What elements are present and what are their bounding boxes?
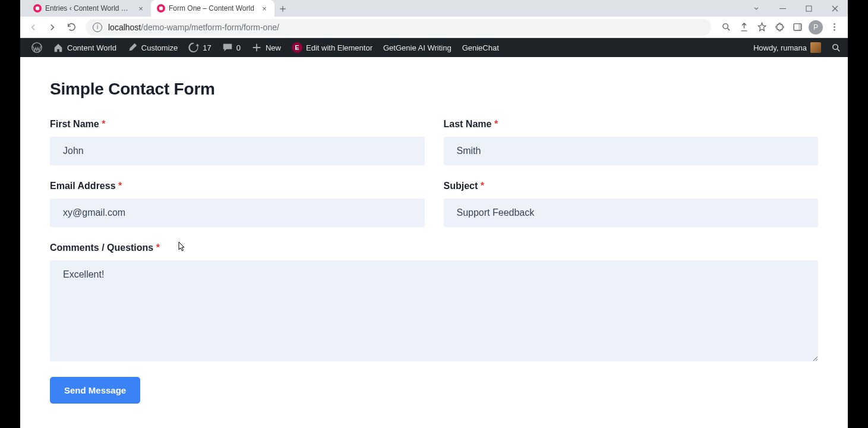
svg-point-11 (832, 44, 838, 49)
brush-icon (127, 42, 138, 53)
tab-favicon-icon (33, 4, 42, 12)
tab-title: Entries ‹ Content World — WordPress (45, 4, 133, 12)
comments-count: 0 (236, 43, 241, 52)
svg-point-8 (834, 26, 835, 28)
url-input[interactable]: i localhost/demo-wamp/metform-form/form-… (86, 19, 711, 36)
comment-icon (222, 42, 233, 53)
email-label: Email Address * (50, 181, 425, 191)
browser-address-bar: i localhost/demo-wamp/metform-form/form-… (20, 17, 848, 38)
subject-label: Subject * (444, 181, 819, 191)
tabs-dropdown-icon[interactable] (743, 0, 769, 17)
howdy-label: Howdy, rumana (753, 43, 807, 52)
browser-tab-entries[interactable]: Entries ‹ Content World — WordPress × (27, 0, 151, 17)
customize-label: Customize (141, 43, 178, 52)
tab-close-icon[interactable]: × (137, 4, 145, 12)
user-avatar-icon (810, 42, 821, 53)
wp-edit-elementor[interactable]: E Edit with Elementor (286, 38, 378, 57)
wp-howdy[interactable]: Howdy, rumana (748, 38, 826, 57)
page-title: Simple Contact Form (50, 80, 818, 99)
side-panel-icon[interactable] (788, 18, 806, 36)
window-close-button[interactable] (822, 0, 848, 17)
svg-rect-2 (779, 8, 786, 9)
extensions-icon[interactable] (771, 18, 788, 36)
elementor-icon: E (292, 42, 302, 53)
first-name-label: First Name * (50, 119, 425, 130)
svg-point-7 (834, 23, 835, 25)
updates-icon (188, 42, 199, 53)
window-minimize-button[interactable] (769, 0, 796, 17)
browser-tab-form-one[interactable]: Form One – Content World × (151, 0, 274, 17)
subject-input[interactable] (444, 199, 819, 227)
wp-customize[interactable]: Customize (122, 38, 183, 57)
last-name-input[interactable] (444, 137, 819, 165)
browser-tab-strip: Entries ‹ Content World — WordPress × Fo… (20, 0, 848, 17)
reload-button[interactable] (63, 19, 80, 36)
wp-geniechat[interactable]: GenieChat (457, 38, 504, 57)
tab-title: Form One – Content World (169, 4, 257, 12)
window-controls (743, 0, 848, 17)
new-label: New (266, 43, 281, 52)
back-button[interactable] (25, 19, 42, 36)
url-text: localhost/demo-wamp/metform-form/form-on… (108, 23, 279, 32)
edit-elementor-label: Edit with Elementor (306, 43, 373, 52)
forward-button[interactable] (44, 19, 61, 36)
site-name-label: Content World (67, 43, 116, 52)
page-content: Simple Contact Form First Name * Last Na… (20, 57, 848, 428)
comments-textarea[interactable] (50, 260, 818, 361)
wp-updates[interactable]: 17 (183, 38, 216, 57)
wp-search-icon[interactable] (830, 42, 842, 54)
wp-new[interactable]: New (246, 38, 286, 57)
wp-getgenie[interactable]: GetGenie AI Writing (378, 38, 457, 57)
bookmark-icon[interactable] (753, 18, 771, 36)
svg-rect-6 (798, 24, 801, 30)
svg-point-4 (722, 24, 728, 29)
window-maximize-button[interactable] (796, 0, 822, 17)
comments-label: Comments / Questions * (50, 243, 818, 253)
wp-logo[interactable] (26, 38, 48, 57)
svg-point-1 (159, 7, 163, 10)
svg-point-9 (834, 29, 835, 31)
wp-admin-bar: Content World Customize 17 0 New (20, 38, 848, 57)
zoom-icon[interactable] (717, 18, 735, 36)
geniechat-label: GenieChat (462, 43, 499, 52)
tab-close-icon[interactable]: × (260, 4, 269, 12)
send-message-button[interactable]: Send Message (50, 377, 140, 404)
last-name-label: Last Name * (444, 119, 819, 130)
profile-avatar[interactable]: P (809, 20, 823, 34)
first-name-input[interactable] (50, 137, 425, 165)
wp-comments[interactable]: 0 (217, 38, 246, 57)
tab-favicon-icon (157, 4, 165, 12)
new-tab-button[interactable]: ＋ (274, 0, 291, 17)
getgenie-label: GetGenie AI Writing (383, 43, 452, 52)
browser-menu-icon[interactable] (825, 18, 843, 36)
plus-icon (251, 42, 262, 53)
svg-rect-3 (806, 6, 812, 11)
wp-site-name[interactable]: Content World (48, 38, 122, 57)
svg-point-0 (36, 7, 39, 10)
email-input[interactable] (50, 199, 425, 227)
site-info-icon[interactable]: i (93, 23, 102, 32)
updates-count: 17 (203, 43, 211, 52)
home-icon (53, 42, 64, 53)
share-icon[interactable] (735, 18, 753, 36)
